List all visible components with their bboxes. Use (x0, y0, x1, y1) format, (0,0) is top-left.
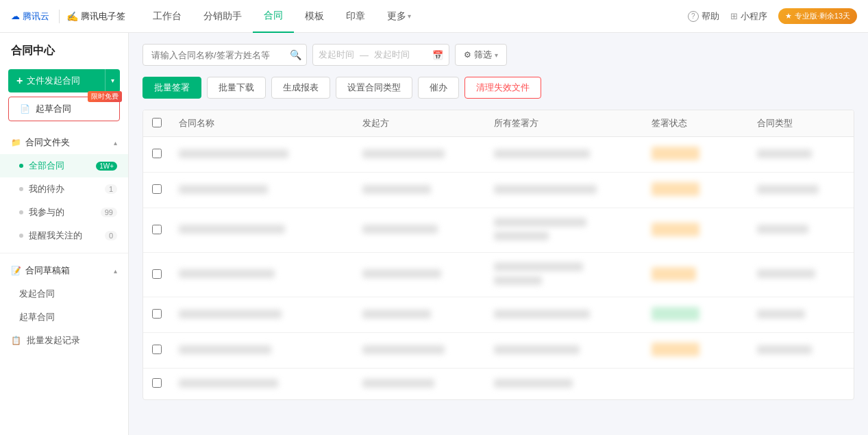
search-bar: 🔍 发起时间 — 发起时间 📅 ⚙ 筛选 ▾ (142, 44, 854, 66)
draft-contract-item[interactable]: 📄 起草合同 限时免费 (8, 97, 120, 121)
watched-label: 提醒我关注的 (29, 229, 82, 242)
sidebar-item-batch-record[interactable]: 📋 批量发起记录 (0, 329, 128, 352)
table-row[interactable] (143, 173, 854, 208)
date-end: 发起时间 (374, 49, 410, 61)
participated-dot (19, 210, 23, 214)
table-row[interactable] (143, 253, 854, 297)
folder-label: 合同文件夹 (25, 136, 70, 149)
all-contracts-dot (19, 164, 23, 168)
nav-logo-divider (59, 10, 60, 23)
set-contract-type-button[interactable]: 设置合同类型 (336, 77, 412, 99)
row-checkbox[interactable] (152, 378, 162, 388)
all-contracts-badge: 1W+ (96, 162, 117, 171)
row-checkbox[interactable] (152, 345, 162, 354)
th-sign-status: 签署状态 (643, 117, 748, 129)
watched-dot (19, 234, 23, 238)
chevron-down-icon: ▾ (408, 12, 411, 20)
batch-download-button[interactable]: 批量下载 (207, 77, 266, 99)
help-icon: ? (688, 11, 699, 22)
nav-right: ? 帮助 ⊞ 小程序 ★ 专业版·剩余13天 (688, 8, 857, 24)
chevron-up-icon2: ▴ (114, 267, 117, 275)
sidebar-item-participated[interactable]: 我参与的 99 (0, 201, 128, 224)
draft-box-label: 合同草稿箱 (25, 264, 70, 277)
row-checkbox[interactable] (152, 225, 162, 234)
sidebar-section-folder: 📁 合同文件夹 ▴ 全部合同 1W+ 我的待办 1 (0, 131, 128, 247)
nav-item-distribution[interactable]: 分销助手 (193, 0, 253, 33)
help-button[interactable]: ? 帮助 (688, 10, 719, 23)
date-start: 发起时间 (319, 49, 354, 61)
row-checkbox[interactable] (152, 269, 162, 279)
search-input-wrap: 🔍 (142, 44, 307, 66)
batch-icon: 📋 (11, 336, 21, 345)
row-checkbox[interactable] (152, 184, 162, 194)
action-bar: 批量签署 批量下载 生成报表 设置合同类型 催办 清理失效文件 (142, 77, 854, 99)
initiate-label: 发起合同 (19, 288, 55, 299)
row-checkbox[interactable] (152, 309, 162, 319)
row-checkbox[interactable] (152, 149, 162, 158)
th-signers: 所有签署方 (486, 117, 643, 129)
clear-invalid-button[interactable]: 清理失效文件 (464, 77, 541, 99)
file-initiate-label: 文件发起合同 (27, 75, 80, 87)
filter-label: 筛选 (474, 49, 492, 61)
table-row[interactable] (143, 333, 854, 369)
nav-item-workbench[interactable]: 工作台 (142, 0, 193, 33)
search-input[interactable] (142, 44, 307, 66)
miniapp-label: 小程序 (741, 10, 767, 23)
calendar-icon: 📅 (432, 50, 443, 60)
sidebar-item-all-contracts[interactable]: 全部合同 1W+ (0, 154, 128, 177)
date-range-picker[interactable]: 发起时间 — 发起时间 📅 (312, 44, 449, 66)
nav-item-seal[interactable]: 印章 (335, 0, 376, 33)
filter-chevron-icon: ▾ (495, 51, 498, 59)
esign-icon: ✍ (66, 11, 78, 22)
search-icon[interactable]: 🔍 (290, 49, 301, 60)
top-nav: ☁ 腾讯云 ✍ 腾讯电子签 工作台 分销助手 合同 模板 印章 更多 ▾ ? 帮 (0, 0, 868, 33)
nav-menu: 工作台 分销助手 合同 模板 印章 更多 ▾ (142, 0, 688, 33)
sidebar: 合同中心 + 文件发起合同 ▾ 📄 起草合同 限时免费 📁 (0, 33, 129, 435)
file-initiate-btn: + 文件发起合同 ▾ (8, 69, 120, 92)
table-row[interactable] (143, 369, 854, 399)
help-label: 帮助 (702, 10, 719, 23)
miniapp-button[interactable]: ⊞ 小程序 (730, 10, 767, 23)
table-row[interactable] (143, 297, 854, 333)
generate-report-button[interactable]: 生成报表 (271, 77, 330, 99)
file-initiate-arrow[interactable]: ▾ (105, 69, 120, 92)
pending-count: 1 (105, 184, 117, 194)
layout: 合同中心 + 文件发起合同 ▾ 📄 起草合同 限时免费 📁 (0, 33, 868, 435)
participated-count: 99 (101, 208, 117, 217)
miniapp-icon: ⊞ (730, 11, 738, 21)
remind-button[interactable]: 催办 (418, 77, 459, 99)
nav-item-more[interactable]: 更多 ▾ (376, 0, 422, 33)
th-initiator: 发起方 (354, 117, 486, 129)
participated-label: 我参与的 (29, 206, 64, 219)
pro-badge[interactable]: ★ 专业版·剩余13天 (778, 8, 857, 24)
pro-badge-text: 专业版·剩余13天 (795, 11, 850, 21)
logo-esign[interactable]: ✍ 腾讯电子签 (66, 10, 125, 23)
chevron-up-icon: ▴ (114, 139, 117, 147)
nav-item-contract[interactable]: 合同 (253, 0, 294, 33)
logo-cloud[interactable]: ☁ 腾讯云 (11, 10, 49, 23)
plus-icon: + (16, 75, 23, 87)
table-row[interactable] (143, 208, 854, 253)
sidebar-group-header-folder[interactable]: 📁 合同文件夹 ▴ (0, 131, 128, 154)
folder-icon: 📁 (11, 138, 21, 147)
pending-dot (19, 187, 23, 191)
doc-icon: 📄 (20, 104, 30, 114)
main-content: 🔍 发起时间 — 发起时间 📅 ⚙ 筛选 ▾ 批量签署 批量下载 生成报表 设置… (129, 33, 868, 435)
sidebar-group-header-draft[interactable]: 📝 合同草稿箱 ▴ (0, 259, 128, 282)
batch-sign-button[interactable]: 批量签署 (142, 77, 201, 99)
sidebar-item-initiate[interactable]: 发起合同 (0, 282, 128, 306)
sidebar-item-pending[interactable]: 我的待办 1 (0, 177, 128, 201)
sidebar-item-watched[interactable]: 提醒我关注的 0 (0, 224, 128, 247)
chevron-down-icon: ▾ (111, 77, 114, 84)
select-all-checkbox[interactable] (152, 118, 162, 127)
filter-button[interactable]: ⚙ 筛选 ▾ (455, 44, 507, 66)
file-initiate-main[interactable]: + 文件发起合同 (8, 69, 105, 92)
draft2-label: 起草合同 (19, 312, 55, 322)
table-header: 合同名称 发起方 所有签署方 签署状态 合同类型 (143, 110, 854, 137)
table-row[interactable] (143, 137, 854, 173)
draft-box-icon: 📝 (11, 266, 21, 275)
contract-table: 合同名称 发起方 所有签署方 签署状态 合同类型 (142, 110, 854, 400)
nav-item-template[interactable]: 模板 (294, 0, 335, 33)
sidebar-item-draft2[interactable]: 起草合同 (0, 306, 128, 329)
date-sep: — (360, 50, 369, 60)
